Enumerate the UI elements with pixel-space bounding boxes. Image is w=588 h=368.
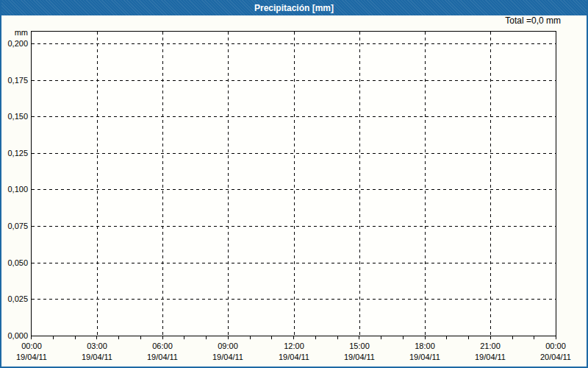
chart-title-bar: Precipitación [mm] (1, 0, 587, 15)
x-date-label: 19/04/11 (139, 353, 186, 362)
x-time-label: 18:00 (401, 342, 448, 351)
x-date-label: 19/04/11 (401, 353, 448, 362)
x-time-label: 09:00 (204, 342, 251, 351)
x-time-label: 21:00 (467, 342, 514, 351)
x-axis-tick (315, 336, 316, 339)
x-axis-tick (118, 336, 119, 339)
y-tick-label: 0,025 (1, 294, 28, 303)
y-tick-label: 0,200 (1, 39, 28, 48)
x-axis-tick (184, 336, 184, 339)
x-axis-tick (359, 336, 359, 339)
x-date-label: 20/04/11 (532, 353, 579, 362)
x-axis-tick (337, 336, 338, 339)
x-time-label: 00:00 (8, 342, 55, 351)
x-axis-tick (490, 336, 491, 339)
x-gridline (490, 32, 491, 336)
x-gridline (359, 32, 360, 336)
x-axis-tick (381, 336, 381, 339)
x-axis-tick (228, 336, 229, 339)
total-annotation: Total =0,0 mm (505, 16, 561, 26)
x-time-label: 06:00 (139, 342, 186, 351)
x-time-label: 03:00 (74, 342, 121, 351)
y-tick-label: 0,175 (1, 76, 28, 85)
x-date-label: 19/04/11 (74, 353, 121, 362)
x-axis-tick (293, 336, 294, 339)
x-axis-tick (31, 336, 32, 339)
y-tick-label: 0,050 (1, 258, 28, 267)
x-gridline (97, 32, 98, 336)
x-axis-tick (53, 336, 54, 339)
x-date-label: 19/04/11 (204, 353, 251, 362)
chart-title: Precipitación [mm] (254, 3, 334, 13)
x-axis-tick (556, 336, 556, 339)
x-date-label: 19/04/11 (8, 353, 55, 362)
y-tick-label: 0,075 (1, 222, 28, 230)
x-axis-tick (534, 336, 534, 339)
y-axis-unit-label: mm (1, 28, 28, 37)
x-axis-tick (96, 336, 97, 339)
x-gridline (294, 32, 295, 336)
x-date-label: 19/04/11 (336, 353, 383, 362)
x-axis-tick (468, 336, 469, 339)
x-axis-tick (162, 336, 163, 339)
chart-window: Precipitación [mm] Total =0,0 mm mm 0,20… (0, 0, 588, 368)
y-tick-label: 0,125 (1, 149, 28, 158)
y-tick-label: 0,150 (1, 112, 28, 121)
y-tick-label: 0,100 (1, 185, 28, 194)
x-axis-tick (403, 336, 404, 339)
x-axis-tick (75, 336, 76, 339)
x-axis-tick (512, 336, 513, 339)
y-tick-label: 0,000 (1, 331, 28, 340)
chart-canvas: Total =0,0 mm mm 0,2000,1750,1500,1250,1… (1, 15, 587, 367)
x-axis-tick (140, 336, 141, 339)
x-gridline (425, 32, 426, 336)
x-date-label: 19/04/11 (467, 353, 514, 362)
x-gridline (228, 32, 229, 336)
x-time-label: 15:00 (336, 342, 383, 351)
x-date-label: 19/04/11 (270, 353, 318, 362)
x-axis-tick (446, 336, 447, 339)
x-axis-tick (425, 336, 426, 339)
x-time-label: 12:00 (270, 342, 318, 351)
x-axis-tick (206, 336, 207, 339)
x-gridline (162, 32, 163, 336)
x-time-label: 00:00 (532, 342, 579, 351)
plot-area (31, 31, 556, 336)
x-axis-tick (271, 336, 272, 339)
x-axis-tick (250, 336, 251, 339)
